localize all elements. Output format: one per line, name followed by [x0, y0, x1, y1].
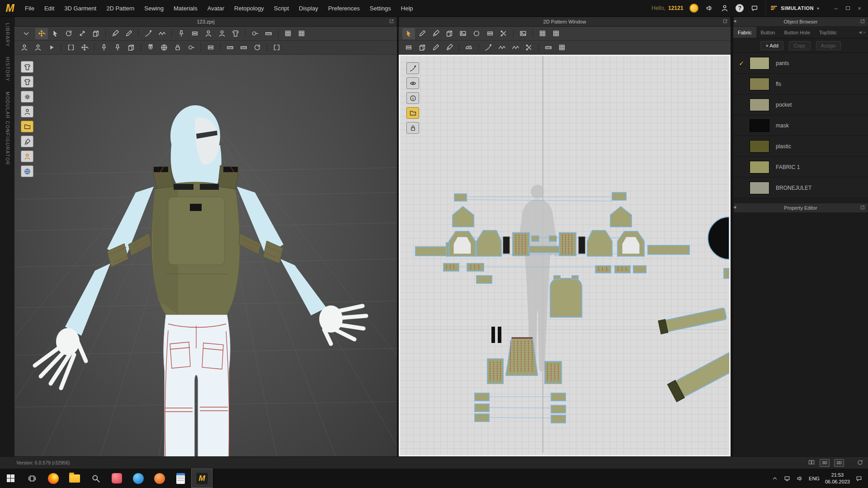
- coin-icon[interactable]: [689, 4, 698, 13]
- gift-icon[interactable]: [750, 4, 759, 13]
- show-environment-icon[interactable]: [21, 165, 33, 177]
- tab-button[interactable]: Button: [756, 27, 780, 38]
- internal-line-tool[interactable]: [429, 42, 442, 53]
- tool-dropdown[interactable]: [18, 28, 34, 39]
- menu-sewing[interactable]: Sewing: [139, 0, 169, 17]
- motion-tool[interactable]: [45, 42, 58, 53]
- ruler-y-tool[interactable]: [237, 42, 250, 53]
- simulation-settings-icon[interactable]: [21, 91, 33, 103]
- collapse-panel-icon[interactable]: ◀: [733, 19, 736, 23]
- maximize-button[interactable]: [842, 2, 854, 14]
- help-icon[interactable]: ?: [736, 4, 744, 12]
- menu-help[interactable]: Help: [396, 0, 418, 17]
- network-icon[interactable]: [783, 475, 791, 482]
- measure-garment-tool[interactable]: [262, 28, 275, 39]
- pen-3d-tool[interactable]: [109, 28, 122, 39]
- garment-pants[interactable]: [164, 314, 230, 456]
- avatar-pose-tool[interactable]: [202, 28, 215, 39]
- fit-check-tool[interactable]: [229, 28, 242, 39]
- mirror-split-tool[interactable]: [270, 42, 283, 53]
- file-explorer-icon[interactable]: [64, 469, 85, 488]
- fabric-row-fls[interactable]: fls: [733, 74, 868, 94]
- fabric-row-plastic[interactable]: plastic: [733, 136, 868, 157]
- object-browser-header[interactable]: ◀ Object Browser: [733, 17, 868, 27]
- show-fabric-2d-icon[interactable]: [406, 107, 419, 119]
- transform-pattern-tool[interactable]: [402, 28, 415, 39]
- collapse-panel-icon[interactable]: ◀: [733, 205, 736, 209]
- avatar-3d[interactable]: [35, 105, 366, 456]
- arrangement-tool[interactable]: [189, 28, 201, 39]
- polygon-pattern-tool[interactable]: [443, 28, 456, 39]
- view-2d-toggle[interactable]: 2D: [834, 459, 844, 467]
- mesh-grid-toggle[interactable]: [282, 28, 294, 39]
- segment-sewing-2d-tool[interactable]: [482, 42, 495, 53]
- window-layout-icon[interactable]: [808, 459, 815, 467]
- pin-a-tool[interactable]: [98, 42, 110, 53]
- ellipse-pattern-tool[interactable]: [470, 28, 483, 39]
- protractor-tool[interactable]: [251, 42, 264, 53]
- tab-library[interactable]: LIBRARY: [5, 23, 10, 47]
- edit-curve-tool[interactable]: [123, 28, 135, 39]
- fabric-row-fabric1[interactable]: FABRIC 1: [733, 157, 868, 178]
- show-sewing-icon[interactable]: [406, 62, 419, 74]
- show-pattern-icon[interactable]: [21, 76, 33, 88]
- pleats-tool[interactable]: [484, 28, 496, 39]
- viewport-3d-titlebar[interactable]: 123.zprj: [14, 17, 397, 27]
- fabric-row-mask[interactable]: mask: [733, 115, 868, 136]
- show-grid-2d-toggle[interactable]: [536, 28, 549, 39]
- lock-pattern-icon[interactable]: [406, 122, 419, 134]
- edit-curvature-tool[interactable]: [429, 28, 442, 39]
- menu-materials[interactable]: Materials: [169, 0, 203, 17]
- fabric-row-pocket[interactable]: pocket: [733, 94, 868, 115]
- volume-icon[interactable]: [796, 475, 803, 482]
- mn-sewing-tool[interactable]: [509, 42, 522, 53]
- canvas-3d[interactable]: [14, 55, 397, 456]
- tab-button-hole[interactable]: Button Hole: [779, 27, 814, 38]
- measure-avatar-tool[interactable]: [249, 28, 261, 39]
- trace-tool[interactable]: [443, 42, 456, 53]
- tab-scroll-right-icon[interactable]: ▶: [863, 30, 866, 34]
- internal-polygon-tool[interactable]: [416, 42, 429, 53]
- notification-center-icon[interactable]: [855, 475, 863, 482]
- start-button[interactable]: [0, 469, 21, 488]
- task-view-button[interactable]: [21, 469, 42, 488]
- tab-scroll-left-icon[interactable]: ◀: [859, 30, 862, 34]
- menu-settings[interactable]: Settings: [365, 0, 396, 17]
- canvas-2d[interactable]: [399, 55, 731, 456]
- tape-measure-tool[interactable]: [185, 42, 198, 53]
- measure-2d-tool[interactable]: [542, 42, 555, 53]
- view-3d-toggle[interactable]: 3D: [820, 459, 830, 467]
- select-tool[interactable]: [49, 28, 61, 39]
- property-editor-header[interactable]: ◀ Property Editor: [733, 203, 868, 213]
- rotate-tool[interactable]: [62, 28, 75, 39]
- stack-tool[interactable]: [204, 42, 217, 53]
- tray-expand-icon[interactable]: [772, 475, 778, 482]
- snap-grid-2d-toggle[interactable]: [550, 28, 562, 39]
- pattern-info-icon[interactable]: [406, 92, 419, 104]
- fabric-row-bronejulet[interactable]: BRONEJULET: [733, 178, 868, 198]
- edit-pattern-tool[interactable]: [416, 28, 429, 39]
- tab-modular-configurator[interactable]: MODULAR CONFIGURATOR: [5, 92, 10, 165]
- simulation-mode-dropdown[interactable]: SIMULATION ▾: [765, 0, 824, 17]
- pin-b-tool[interactable]: [111, 42, 124, 53]
- quad-mesh-toggle[interactable]: [295, 28, 308, 39]
- menu-script[interactable]: Script: [269, 0, 294, 17]
- dart-tool[interactable]: [497, 28, 510, 39]
- rectangle-pattern-tool[interactable]: [457, 28, 469, 39]
- menu-file[interactable]: File: [20, 0, 39, 17]
- tab-history[interactable]: HISTORY: [5, 57, 10, 82]
- scale-tool[interactable]: [76, 28, 89, 39]
- avatar-arrangement-tool[interactable]: [216, 28, 228, 39]
- popout-icon[interactable]: [860, 205, 865, 211]
- detach-sewing-tool[interactable]: [523, 42, 535, 53]
- notepad-icon[interactable]: [170, 469, 191, 488]
- minimize-button[interactable]: –: [830, 2, 842, 14]
- avatar-editor-tool[interactable]: [18, 42, 31, 53]
- menu-retopology[interactable]: Retopology: [229, 0, 269, 17]
- grading-tool[interactable]: [556, 42, 568, 53]
- viewport-2d-titlebar[interactable]: 2D Pattern Window: [399, 17, 731, 27]
- scale-height-tool[interactable]: [78, 42, 91, 53]
- ruler-x-tool[interactable]: [224, 42, 236, 53]
- marvelous-designer-taskbar-icon[interactable]: M: [191, 469, 212, 488]
- account-icon[interactable]: [720, 4, 729, 13]
